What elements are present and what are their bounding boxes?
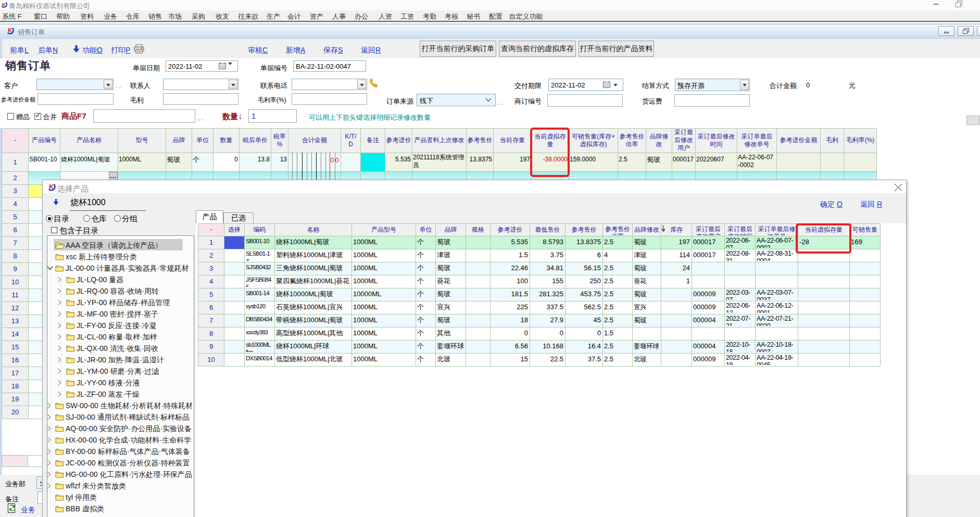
svg-text:K: K bbox=[8, 27, 12, 33]
svg-text:K: K bbox=[2, 2, 6, 7]
svg-text:K: K bbox=[49, 183, 54, 191]
